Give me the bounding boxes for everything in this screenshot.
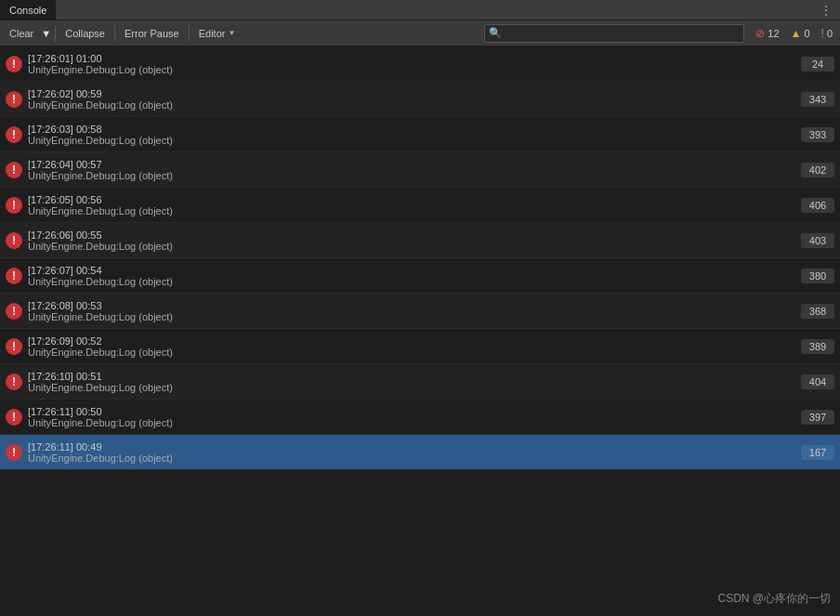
log-error-icon: ! [6,409,22,426]
watermark: CSDN @心疼你的一切 [717,591,831,607]
collapse-button[interactable]: Collapse [59,23,111,44]
editor-button[interactable]: Editor ▼ [193,23,242,44]
console-tab-label: Console [9,5,46,16]
error-badge-count: 12 [768,28,779,39]
log-content: [17:26:09] 00:52UnityEngine.Debug:Log (o… [28,335,801,358]
warning-badge-icon: ▲ [791,27,802,40]
log-timestamp: [17:26:11] 00:49 [28,441,801,452]
log-count-badge: 403 [801,233,834,248]
log-error-icon: ! [6,338,22,355]
tab-more-button[interactable]: ⋮ [812,0,840,20]
log-message: UnityEngine.Debug:Log (object) [28,276,801,287]
log-row[interactable]: ![17:26:01] 01:00UnityEngine.Debug:Log (… [0,46,840,82]
badge-area: ⊘ 12 ▲ 0 ! 0 [752,26,836,41]
log-row[interactable]: ![17:26:05] 00:56UnityEngine.Debug:Log (… [0,188,840,223]
toolbar: Clear ▼ Collapse Error Pause Editor ▼ 🔍 … [0,20,840,46]
log-timestamp: [17:26:02] 00:59 [28,88,801,99]
clear-button[interactable]: Clear [4,23,39,44]
log-count-badge: 380 [801,269,834,283]
log-error-icon: ! [6,232,22,249]
log-message: UnityEngine.Debug:Log (object) [28,135,801,146]
log-content: [17:26:02] 00:59UnityEngine.Debug:Log (o… [28,88,801,111]
editor-dropdown-icon: ▼ [228,29,235,37]
log-row[interactable]: ![17:26:11] 00:49UnityEngine.Debug:Log (… [0,435,840,470]
log-row[interactable]: ![17:26:08] 00:53UnityEngine.Debug:Log (… [0,294,840,329]
log-content: [17:26:10] 00:51UnityEngine.Debug:Log (o… [28,371,801,393]
log-row[interactable]: ![17:26:04] 00:57UnityEngine.Debug:Log (… [0,152,840,188]
log-error-icon: ! [6,444,22,461]
log-error-icon: ! [6,268,22,284]
log-message: UnityEngine.Debug:Log (object) [28,205,801,216]
log-row[interactable]: ![17:26:02] 00:59UnityEngine.Debug:Log (… [0,82,840,117]
log-error-icon: ! [6,197,22,214]
log-message: UnityEngine.Debug:Log (object) [28,347,801,358]
log-row[interactable]: ![17:26:10] 00:51UnityEngine.Debug:Log (… [0,364,840,400]
separator-2 [114,25,115,42]
log-row[interactable]: ![17:26:06] 00:55UnityEngine.Debug:Log (… [0,223,840,258]
log-timestamp: [17:26:11] 00:50 [28,406,801,417]
error-badge[interactable]: ⊘ 12 [752,26,782,41]
log-error-icon: ! [6,126,22,143]
log-timestamp: [17:26:04] 00:57 [28,159,801,170]
separator-1 [55,25,56,42]
log-count-badge: 397 [801,410,834,425]
log-message: UnityEngine.Debug:Log (object) [28,170,801,181]
log-row[interactable]: ![17:26:09] 00:52UnityEngine.Debug:Log (… [0,329,840,364]
log-timestamp: [17:26:07] 00:54 [28,265,801,276]
search-input[interactable] [502,28,740,39]
log-content: [17:26:07] 00:54UnityEngine.Debug:Log (o… [28,265,801,287]
error-badge-icon: ⊘ [755,27,765,40]
log-count-badge: 24 [801,57,834,72]
log-message: UnityEngine.Debug:Log (object) [28,311,801,322]
log-error-icon: ! [6,303,22,320]
warning-badge[interactable]: ▲ 0 [787,26,814,41]
search-icon: 🔍 [489,27,502,39]
log-row[interactable]: ![17:26:11] 00:50UnityEngine.Debug:Log (… [0,400,840,435]
tab-bar: Console ⋮ [0,0,840,20]
log-count-badge: 343 [801,92,834,107]
log-content: [17:26:01] 01:00UnityEngine.Debug:Log (o… [28,53,801,75]
log-message: UnityEngine.Debug:Log (object) [28,241,801,252]
error-pause-button[interactable]: Error Pause [119,23,185,44]
warning-badge-count: 0 [804,28,809,39]
log-timestamp: [17:26:08] 00:53 [28,300,801,311]
log-count-badge: 393 [801,127,834,142]
info-badge[interactable]: ! 0 [818,26,836,41]
console-area[interactable]: ![17:26:01] 01:00UnityEngine.Debug:Log (… [0,46,840,616]
log-row[interactable]: ![17:26:03] 00:58UnityEngine.Debug:Log (… [0,117,840,152]
log-count-badge: 389 [801,339,834,354]
log-content: [17:26:04] 00:57UnityEngine.Debug:Log (o… [28,159,801,181]
log-count-badge: 406 [801,198,834,213]
log-timestamp: [17:26:01] 01:00 [28,53,801,64]
log-count-badge: 402 [801,163,834,177]
log-error-icon: ! [6,91,22,108]
log-content: [17:26:06] 00:55UnityEngine.Debug:Log (o… [28,229,801,252]
log-content: [17:26:05] 00:56UnityEngine.Debug:Log (o… [28,194,801,216]
log-content: [17:26:03] 00:58UnityEngine.Debug:Log (o… [28,124,801,146]
log-message: UnityEngine.Debug:Log (object) [28,417,801,428]
log-timestamp: [17:26:06] 00:55 [28,229,801,241]
console-tab[interactable]: Console [0,0,56,20]
log-timestamp: [17:26:09] 00:52 [28,335,801,347]
clear-dropdown-icon[interactable]: ▼ [41,28,51,39]
info-badge-count: 0 [827,28,833,39]
log-timestamp: [17:26:10] 00:51 [28,371,801,382]
log-row[interactable]: ![17:26:07] 00:54UnityEngine.Debug:Log (… [0,258,840,294]
log-message: UnityEngine.Debug:Log (object) [28,99,801,111]
editor-label: Editor [199,28,226,39]
log-content: [17:26:08] 00:53UnityEngine.Debug:Log (o… [28,300,801,322]
log-message: UnityEngine.Debug:Log (object) [28,64,801,75]
log-count-badge: 167 [801,445,834,460]
info-badge-icon: ! [821,27,824,40]
log-error-icon: ! [6,374,22,390]
log-message: UnityEngine.Debug:Log (object) [28,452,801,464]
log-message: UnityEngine.Debug:Log (object) [28,382,801,393]
log-timestamp: [17:26:03] 00:58 [28,124,801,135]
log-error-icon: ! [6,56,22,72]
log-count-badge: 368 [801,304,834,319]
log-timestamp: [17:26:05] 00:56 [28,194,801,205]
log-content: [17:26:11] 00:50UnityEngine.Debug:Log (o… [28,406,801,428]
log-content: [17:26:11] 00:49UnityEngine.Debug:Log (o… [28,441,801,464]
separator-3 [189,25,190,42]
search-area[interactable]: 🔍 [484,24,744,43]
